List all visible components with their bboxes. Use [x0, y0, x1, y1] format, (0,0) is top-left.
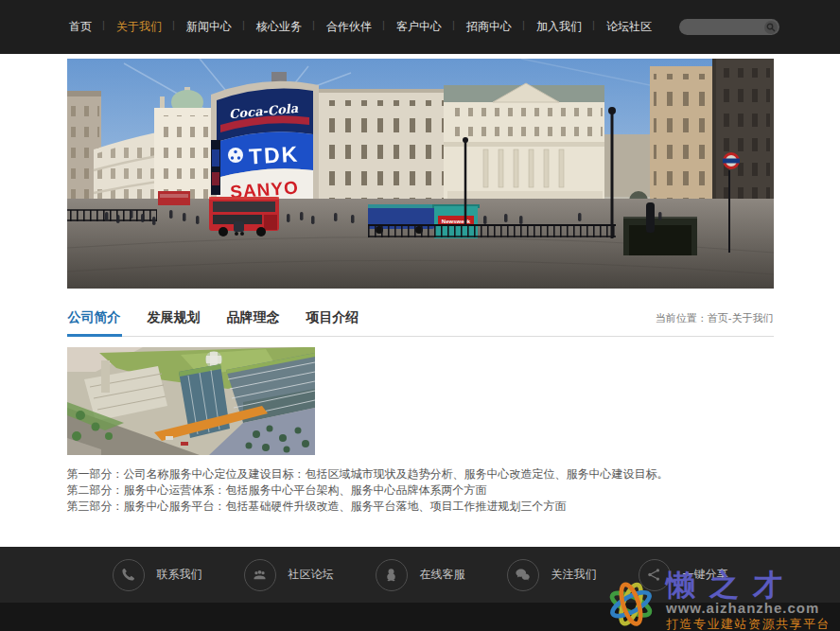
body-paragraph: 第三部分：服务中心服务平台：包括基础硬件升级改造、服务平台落地、项目工作推进规划…	[67, 499, 774, 515]
nav-item[interactable]: 加入我们	[524, 15, 594, 39]
aizhanzhe-logo-icon	[600, 564, 662, 631]
billboard-tdk-text: TDK	[248, 142, 300, 169]
site-footer: 联系我们 社区论坛 在线客服	[0, 547, 840, 631]
nav-item[interactable]: 首页	[57, 15, 104, 39]
nav-item[interactable]: 客户中心	[384, 15, 454, 39]
footer-link[interactable]: 在线客服	[376, 559, 465, 591]
project-render-image	[67, 347, 315, 455]
nav-item[interactable]: 论坛社区	[594, 15, 664, 39]
nav-item[interactable]: 招商中心	[454, 15, 524, 39]
footer-link[interactable]: 关注我们	[507, 559, 597, 591]
tab[interactable]: 项目介绍	[306, 304, 360, 336]
search-button[interactable]	[764, 21, 778, 34]
footer-link-label: 社区论坛	[289, 567, 334, 583]
tab[interactable]: 品牌理念	[226, 304, 281, 336]
section-tabs-row: 公司简介 发展规划 品牌理念 项目介绍 当前位置：首页-关于我们	[67, 304, 774, 337]
watermark-slogan: 打造专业建站资源共享平台	[666, 617, 831, 631]
wechat-icon	[507, 559, 539, 591]
tab[interactable]: 公司简介	[67, 304, 122, 336]
footer-link[interactable]: 联系我们	[113, 559, 202, 591]
search-box	[679, 19, 779, 35]
tab[interactable]: 发展规划	[147, 304, 201, 336]
qq-icon	[376, 559, 408, 591]
footer-link-label: 关注我们	[551, 567, 597, 583]
footer-link-label: 联系我们	[157, 567, 202, 583]
hero-banner-image: Coca-Cola TDK SANYO	[67, 59, 774, 289]
nav-item[interactable]: 新闻中心	[174, 15, 244, 39]
body-paragraph: 第一部分：公司名称服务中心定位及建设目标：包括区域城市现状及趋势分析、服务中心改…	[67, 466, 774, 482]
phone-icon	[113, 559, 145, 591]
main-nav: 首页 关于我们 新闻中心 核心业务 合作伙伴 客户中心 招商中心 加入我们 论坛…	[57, 15, 664, 39]
footer-link-label: 在线客服	[420, 567, 465, 583]
nav-item[interactable]: 核心业务	[244, 15, 314, 39]
nav-item[interactable]: 关于我们	[104, 15, 174, 39]
content-area: 第一部分：公司名称服务中心定位及建设目标：包括区域城市现状及趋势分析、服务中心改…	[67, 347, 774, 515]
users-icon	[244, 559, 276, 591]
search-icon	[766, 23, 776, 32]
section-tabs: 公司简介 发展规划 品牌理念 项目介绍	[67, 304, 360, 336]
site-watermark: 懒之才 www.aizhanzhe.com 打造专业建站资源共享平台	[600, 564, 831, 631]
top-navbar: 首页 关于我们 新闻中心 核心业务 合作伙伴 客户中心 招商中心 加入我们 论坛…	[0, 0, 840, 54]
body-text: 第一部分：公司名称服务中心定位及建设目标：包括区域城市现状及趋势分析、服务中心改…	[67, 466, 774, 515]
breadcrumb: 当前位置：首页-关于我们	[656, 311, 774, 336]
body-paragraph: 第二部分：服务中心运营体系：包括服务中心平台架构、服务中心品牌体系两个方面	[67, 482, 774, 499]
building-render	[67, 347, 315, 455]
search-input[interactable]	[689, 19, 764, 35]
piccadilly-circus-panorama: Coca-Cola TDK SANYO	[67, 59, 774, 289]
nav-item[interactable]: 合作伙伴	[314, 15, 384, 39]
watermark-title: 懒之才	[666, 570, 831, 600]
watermark-url: www.aizhanzhe.com	[666, 600, 831, 617]
footer-link[interactable]: 社区论坛	[244, 559, 334, 591]
